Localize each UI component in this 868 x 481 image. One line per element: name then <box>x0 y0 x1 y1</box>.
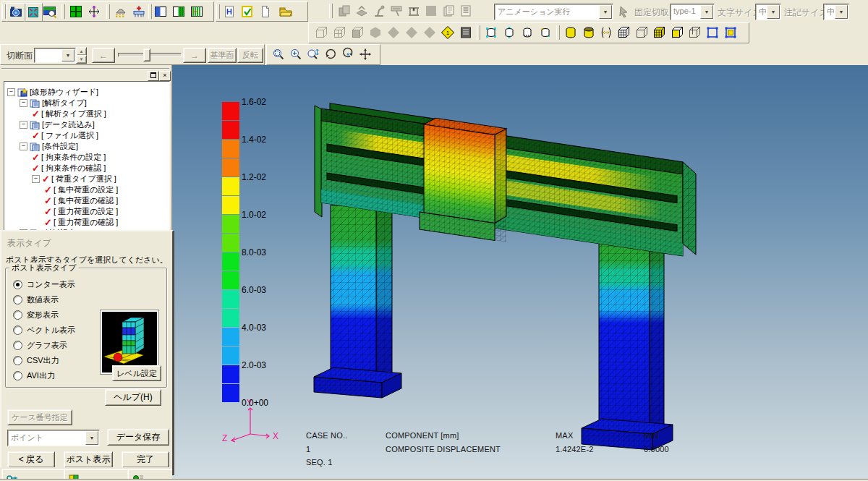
radio-icon[interactable] <box>13 341 22 350</box>
data-save-button[interactable]: データ保存 <box>107 429 169 446</box>
toolbar-button-panel-right[interactable] <box>170 3 187 20</box>
toolbar-button-rubik-yellow[interactable] <box>650 24 668 41</box>
toolbar-button-crane[interactable] <box>405 2 422 20</box>
toolbar-button-diamond-one[interactable]: 1 <box>439 24 456 41</box>
toolbar-button-wirecube3[interactable] <box>633 24 650 41</box>
toolbar-button-tag[interactable] <box>388 2 405 20</box>
radio-icon[interactable] <box>13 295 22 305</box>
toolbar-button-rotate-free[interactable] <box>339 46 357 63</box>
toolbar-button-zoom-extent[interactable] <box>305 46 322 63</box>
animation-combo[interactable]: アニメーション実行 ▼ <box>494 4 613 20</box>
toolbar-button-zoom-in[interactable] <box>287 46 305 63</box>
toolbar-button-docs[interactable] <box>440 2 457 20</box>
tree-item[interactable]: ✓[ 拘束条件の確認 ] <box>4 163 169 174</box>
toolbar-button-cyl2[interactable] <box>501 24 518 41</box>
toolbar-button-frame[interactable] <box>704 24 721 41</box>
toolbar-button-list[interactable] <box>457 2 475 20</box>
expand-minus-icon[interactable]: − <box>20 142 27 150</box>
toolbar-button-halfcube[interactable] <box>349 24 366 41</box>
tree-item[interactable]: ✓[ 重力荷重の確認 ] <box>4 217 169 228</box>
tree-item[interactable]: −[データ読込み] <box>4 119 169 130</box>
tree-item[interactable]: −[線形静ウィザード] <box>4 87 169 98</box>
toolbar-button-cyl4[interactable] <box>537 24 554 41</box>
toolbar-button-diamond2[interactable] <box>403 24 420 41</box>
cut-plane-combo[interactable]: ▼ <box>34 48 76 63</box>
toolbar-button-doc-h[interactable] <box>221 3 238 20</box>
toolbar-button-doc-check[interactable] <box>239 3 256 20</box>
toolbar-grip[interactable] <box>329 4 333 18</box>
chevron-down-icon[interactable]: ▼ <box>599 5 612 19</box>
spin-down-button[interactable]: ▼ <box>76 55 87 64</box>
post-type-radio[interactable]: グラフ表示 <box>13 338 75 353</box>
chevron-down-icon[interactable]: ▼ <box>85 431 98 445</box>
level-setting-button[interactable]: レベル設定 <box>112 365 161 381</box>
toolbar-button-mesh-rail[interactable] <box>130 3 148 20</box>
radio-icon[interactable] <box>13 371 22 380</box>
toolbar-button-stage[interactable] <box>353 2 370 20</box>
toolbar-button-doc-blank[interactable] <box>257 3 274 20</box>
toolbar-button-arm[interactable] <box>370 2 388 20</box>
cut-plane-slider-thumb[interactable] <box>143 48 150 61</box>
tree-item[interactable]: ✓[ 集中荷重の設定 ] <box>4 184 169 195</box>
toolbar-button-repaint[interactable] <box>41 3 59 20</box>
toolbar-button-cyl1[interactable] <box>482 24 500 41</box>
expand-minus-icon[interactable]: − <box>20 99 27 107</box>
toolbar-button-mesh-press[interactable] <box>112 3 129 20</box>
back-button[interactable]: < 戻る <box>7 451 55 468</box>
radio-icon[interactable] <box>13 356 22 365</box>
radio-icon[interactable] <box>13 280 22 289</box>
point-combo[interactable]: ポイント ▼ <box>7 430 100 446</box>
toolbar-grip[interactable] <box>556 25 560 40</box>
tree-item[interactable]: −✓[ 荷重タイプ選択 ] <box>4 174 169 184</box>
toolbar-grip[interactable] <box>2 4 6 19</box>
toolbar-button-rubik[interactable] <box>615 24 632 41</box>
note-size-combo[interactable]: 中 ▼ <box>823 4 849 20</box>
toolbar-button-rotate-cw[interactable] <box>322 46 339 63</box>
expand-minus-icon[interactable]: − <box>32 175 40 183</box>
chevron-down-icon[interactable]: ▼ <box>835 5 848 19</box>
toolbar-button-diamond3[interactable] <box>421 24 438 41</box>
toolbar-button-wirecube2[interactable] <box>331 24 348 41</box>
panel-restore-button[interactable] <box>148 71 159 81</box>
chevron-down-icon[interactable]: ▼ <box>61 49 75 61</box>
radio-icon[interactable] <box>13 325 22 335</box>
radio-icon[interactable] <box>13 310 22 320</box>
toolbar-button-wirecube4[interactable] <box>686 24 703 41</box>
toolbar-button-cyl-yellow-open[interactable] <box>580 24 597 41</box>
help-button[interactable]: ヘルプ(H) <box>105 389 161 406</box>
char-size-combo[interactable]: 中 ▼ <box>755 4 781 20</box>
toolbar-grip[interactable] <box>477 25 480 40</box>
tree-item[interactable]: ✓[ 集中荷重の確認 ] <box>4 195 169 206</box>
post-display-button[interactable]: ポスト表示 <box>64 451 113 468</box>
expand-minus-icon[interactable]: − <box>20 121 27 129</box>
toolbar-button-dimension[interactable] <box>85 3 103 20</box>
toolbar-button-frame-filled[interactable] <box>722 24 739 41</box>
toolbar-button-panel-mesh[interactable] <box>188 3 205 20</box>
post-type-radio[interactable]: ベクトル表示 <box>13 323 75 338</box>
tree-item[interactable]: −[条件設定] <box>4 141 169 152</box>
step-right-button[interactable]: → <box>183 48 206 63</box>
case-number-button[interactable]: ケース番号指定 <box>7 409 72 425</box>
chevron-down-icon[interactable]: ▼ <box>767 5 780 19</box>
tree-item[interactable]: −[解析タイプ] <box>4 98 169 108</box>
toolbar-button-select[interactable] <box>615 3 632 20</box>
toolbar-grip[interactable] <box>106 4 110 19</box>
toolbar-grip[interactable] <box>61 4 65 19</box>
invert-button[interactable]: 反転 <box>237 48 263 63</box>
expand-minus-icon[interactable]: − <box>7 88 15 96</box>
toolbar-button-cube-yellow[interactable] <box>668 24 686 41</box>
toolbar-button-cyl-yellow[interactable] <box>562 24 579 41</box>
toolbar-button-wirecube1[interactable] <box>312 24 330 41</box>
toolbar-button-fit-view[interactable] <box>24 3 43 22</box>
post-type-radio[interactable]: 数値表示 <box>13 292 75 307</box>
toolbar-button-open[interactable] <box>277 3 294 20</box>
tree-item[interactable]: ✓[ 重力荷重の設定 ] <box>4 206 169 217</box>
chevron-down-icon[interactable]: ▼ <box>700 5 713 19</box>
toolbar-button-diamond1[interactable] <box>385 24 402 41</box>
tree-item[interactable]: ✓[ 解析タイプ選択 ] <box>4 108 169 119</box>
toolbar-button-cyl3[interactable] <box>519 24 536 41</box>
tree-item[interactable]: ✓[ ファイル選択 ] <box>4 130 169 141</box>
fixed-cut-combo[interactable]: type-1 ▼ <box>670 4 715 20</box>
post-type-radio[interactable]: CSV出力 <box>13 353 75 368</box>
post-type-radio[interactable]: コンター表示 <box>13 277 75 292</box>
